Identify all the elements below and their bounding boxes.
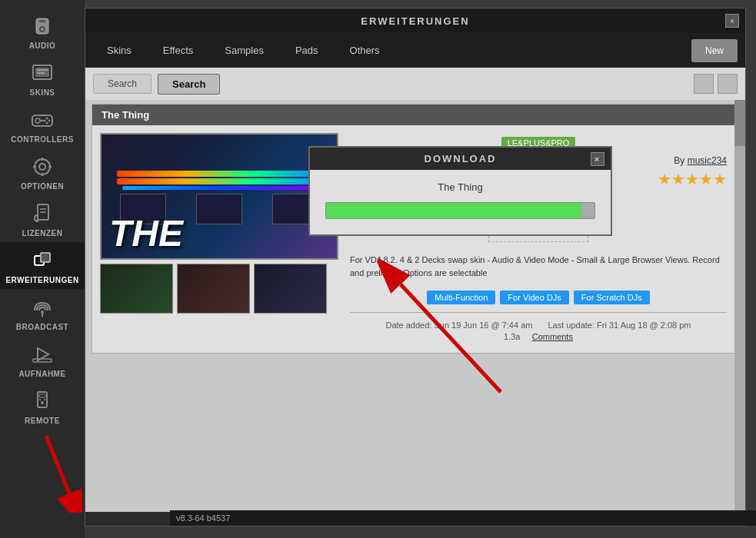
svg-point-12 bbox=[46, 122, 48, 125]
version-row: 1.3a Comments bbox=[350, 332, 727, 341]
sidebar-label-skins: SKINS bbox=[29, 88, 55, 97]
tag-multi-function[interactable]: Multi-Function bbox=[427, 291, 495, 304]
sidebar-label-controllers: CONTROLLERS bbox=[11, 135, 74, 144]
skins-icon bbox=[30, 61, 55, 85]
title-bar: ERWEITERUNGEN × bbox=[85, 8, 745, 33]
remote-icon bbox=[30, 389, 55, 413]
svg-point-9 bbox=[35, 118, 40, 123]
tab-skins[interactable]: Skins bbox=[93, 38, 145, 62]
thumbnails-column: THE bbox=[100, 133, 338, 345]
sidebar: AUDIO SKINS CONTROLLERS bbox=[0, 0, 85, 538]
tab-pads[interactable]: Pads bbox=[281, 38, 332, 62]
svg-rect-25 bbox=[41, 253, 50, 262]
lizenzen-icon bbox=[30, 201, 55, 226]
sidebar-item-controllers[interactable]: CONTROLLERS bbox=[0, 101, 85, 148]
item-title: The Thing bbox=[102, 109, 149, 121]
audio-icon bbox=[30, 14, 55, 38]
sidebar-item-lizenzen[interactable]: LIZENZEN bbox=[0, 195, 85, 242]
sidebar-label-broadcast: BROADCAST bbox=[16, 323, 68, 331]
svg-point-2 bbox=[41, 28, 44, 31]
controllers-icon bbox=[30, 108, 55, 132]
sidebar-label-lizenzen: LIZENZEN bbox=[22, 229, 63, 237]
tab-effects[interactable]: Effects bbox=[149, 38, 208, 62]
svg-rect-14 bbox=[40, 120, 44, 121]
svg-point-10 bbox=[46, 118, 48, 120]
sidebar-label-audio: AUDIO bbox=[29, 42, 56, 50]
sidebar-label-remote: REMOTE bbox=[25, 417, 60, 425]
small-thumbnails bbox=[100, 264, 338, 314]
sidebar-item-audio[interactable]: AUDIO bbox=[0, 8, 85, 55]
author-link[interactable]: music234 bbox=[688, 155, 727, 166]
svg-rect-6 bbox=[37, 69, 48, 71]
tab-new[interactable]: New bbox=[691, 39, 738, 62]
sidebar-item-aufnahme[interactable]: ♪ AUFNAHME bbox=[0, 336, 85, 383]
sidebar-item-erweiterungen[interactable]: ERWEITERUNGEN bbox=[0, 242, 85, 289]
version-bar: v8.3-64 b4537 bbox=[170, 510, 756, 526]
tag-scratch-djs[interactable]: For Scratch DJs bbox=[574, 291, 650, 304]
version-number: 1.3a bbox=[504, 332, 520, 341]
svg-rect-3 bbox=[39, 20, 45, 22]
svg-rect-7 bbox=[37, 72, 45, 74]
item-description: For VDJ 8.2. 4 & 2 Decks swap skin - Aud… bbox=[350, 250, 727, 283]
search-button-1[interactable]: Search bbox=[93, 74, 152, 94]
window-title: ERWEITERUNGEN bbox=[361, 15, 469, 27]
broadcast-icon bbox=[30, 295, 55, 320]
search-button-2[interactable]: Search bbox=[158, 74, 220, 95]
sidebar-label-aufnahme: AUFNAHME bbox=[18, 370, 65, 378]
download-modal: DOWNLOAD × The Thing bbox=[308, 146, 612, 236]
modal-title: DOWNLOAD bbox=[425, 153, 497, 164]
main-thumbnail[interactable]: THE bbox=[100, 133, 338, 260]
item-header: The Thing bbox=[92, 105, 738, 125]
search-bar: Search Search bbox=[85, 68, 745, 100]
nav-tabs: Skins Effects Samples Pads Others New bbox=[85, 33, 745, 68]
by-label: By bbox=[674, 155, 684, 166]
erweiterungen-icon bbox=[30, 248, 55, 273]
svg-point-11 bbox=[48, 120, 51, 122]
sidebar-label-erweiterungen: ERWEITERUNGEN bbox=[5, 276, 78, 284]
svg-text:♪: ♪ bbox=[35, 359, 38, 363]
version-text: v8.3-64 b4537 bbox=[176, 513, 230, 523]
modal-filename: The Thing bbox=[325, 181, 595, 193]
svg-point-16 bbox=[39, 164, 45, 170]
svg-rect-32 bbox=[39, 394, 45, 397]
modal-header: DOWNLOAD × bbox=[310, 148, 611, 170]
view-list-button[interactable] bbox=[718, 74, 738, 94]
scroll-thumb[interactable] bbox=[734, 100, 745, 146]
meta-row: Date added: Sun 19 Jun 16 @ 7:44 am Last… bbox=[350, 320, 727, 330]
svg-point-35 bbox=[44, 399, 45, 400]
svg-point-34 bbox=[39, 399, 41, 400]
sidebar-item-broadcast[interactable]: BROADCAST bbox=[0, 289, 85, 336]
scrollbar[interactable] bbox=[734, 100, 745, 512]
comments-link[interactable]: Comments bbox=[532, 332, 573, 341]
sidebar-item-remote[interactable]: REMOTE bbox=[0, 383, 85, 430]
svg-point-27 bbox=[41, 311, 44, 314]
small-thumb-1[interactable] bbox=[100, 264, 173, 314]
window-close-button[interactable]: × bbox=[725, 14, 739, 28]
optionen-icon bbox=[30, 154, 55, 179]
modal-body: The Thing bbox=[310, 170, 611, 234]
content-area: The Thing bbox=[85, 100, 745, 512]
sidebar-item-optionen[interactable]: OPTIONEN bbox=[0, 148, 85, 195]
main-window: ERWEITERUNGEN × Skins Effects Samples Pa… bbox=[85, 8, 746, 526]
aufnahme-icon: ♪ bbox=[30, 342, 55, 367]
date-added-label: Date added: Sun 19 Jun 16 @ 7:44 am bbox=[385, 320, 532, 330]
tab-others[interactable]: Others bbox=[336, 38, 394, 62]
tag-row: Multi-Function For Video DJs For Scratch… bbox=[350, 291, 727, 304]
svg-point-15 bbox=[35, 159, 50, 174]
sidebar-label-optionen: OPTIONEN bbox=[21, 182, 64, 191]
tag-video-djs[interactable]: For Video DJs bbox=[500, 291, 569, 304]
view-grid-button[interactable] bbox=[694, 74, 714, 94]
sidebar-item-skins[interactable]: SKINS bbox=[0, 55, 85, 101]
modal-close-button[interactable]: × bbox=[591, 152, 604, 166]
small-thumb-3[interactable] bbox=[254, 264, 327, 314]
small-thumb-2[interactable] bbox=[177, 264, 250, 314]
last-update-label: Last update: Fri 31 Aug 18 @ 2:08 pm bbox=[548, 320, 691, 330]
svg-point-33 bbox=[41, 401, 44, 404]
progress-bar-fill bbox=[326, 203, 581, 218]
progress-bar-background bbox=[325, 202, 595, 219]
tab-samples[interactable]: Samples bbox=[211, 38, 278, 62]
